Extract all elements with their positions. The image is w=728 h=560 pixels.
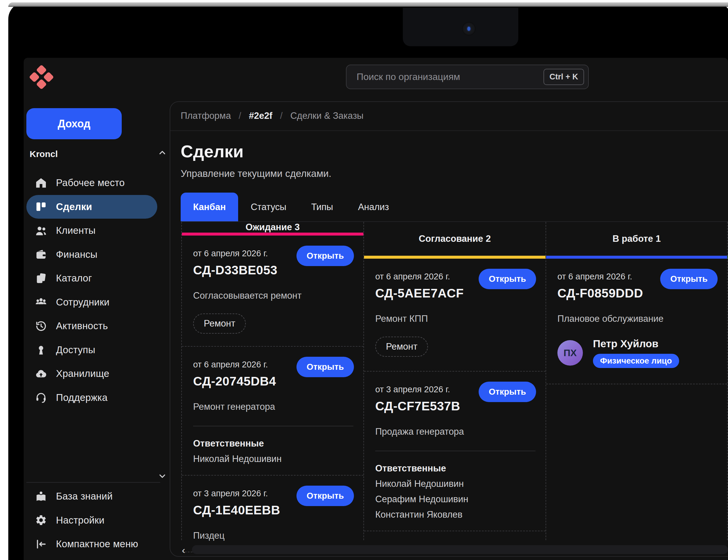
sidebar-item-finance[interactable]: Финансы <box>26 243 157 267</box>
kanban-column: Ожидание 3от 6 апреля 2026 г.СД-D33BE053… <box>181 222 364 540</box>
page-title: Сделки <box>181 141 244 161</box>
breadcrumb-deals-orders[interactable]: Сделки & Заказы <box>290 111 364 121</box>
deal-description: Ремонт КПП <box>375 313 535 324</box>
horizontal-scrollbar[interactable] <box>192 545 728 554</box>
org-search[interactable]: Ctrl + K <box>346 65 589 89</box>
sidebar-divider <box>26 482 160 483</box>
column-header: В работе 1 <box>546 222 727 256</box>
sidebar-item-label: Финансы <box>56 249 97 260</box>
avatar: ПХ <box>557 340 583 366</box>
cloud-upload-icon <box>34 367 48 380</box>
column-color-bar <box>546 256 727 259</box>
home-icon <box>34 176 48 190</box>
deal-card[interactable]: от 3 апреля 2026 г.СД-CF7E537BОткрытьПро… <box>364 372 545 531</box>
laptop-notch <box>403 8 518 46</box>
chevron-up-icon[interactable] <box>158 148 167 157</box>
sidebar-footer-item-compact[interactable]: Компактное меню <box>26 532 157 556</box>
sidebar-item-support[interactable]: Поддержка <box>26 386 157 410</box>
deal-description: Ремонт генератора <box>193 401 353 412</box>
open-deal-button[interactable]: Открыть <box>297 486 354 506</box>
sidebar-item-storage[interactable]: Хранилище <box>26 362 157 386</box>
sidebar-item-label: Клиенты <box>56 225 96 236</box>
wallet-icon <box>34 248 48 261</box>
sidebar-item-label: Активность <box>56 320 108 332</box>
tab-statuses[interactable]: Статусы <box>238 193 299 221</box>
breadcrumb-separator: / <box>280 111 283 121</box>
deal-card[interactable]: от 6 апреля 2026 г.СД-5AEE7ACFОткрытьРем… <box>364 259 545 372</box>
column-header: Согласование 2 <box>364 222 545 256</box>
webcam-icon <box>462 22 476 36</box>
sidebar-footer-item-settings[interactable]: Настройки <box>26 508 157 532</box>
history-icon <box>34 319 48 333</box>
scroll-left-icon[interactable]: ‹ <box>182 544 185 556</box>
tab-types[interactable]: Типы <box>299 193 346 221</box>
group-icon <box>34 295 48 309</box>
cards-icon <box>34 271 48 285</box>
kanban-icon <box>34 200 48 214</box>
responsible-title: Ответственные <box>375 463 535 474</box>
sidebar-item-label: База знаний <box>56 491 113 502</box>
column-color-bar <box>364 256 545 259</box>
header-divider <box>170 130 728 131</box>
sidebar-item-clients[interactable]: Клиенты <box>26 219 157 243</box>
search-input[interactable] <box>347 71 543 82</box>
card-divider <box>375 451 535 451</box>
headset-icon <box>34 391 48 404</box>
tab-bar: КанбанСтатусыТипыАнализ <box>181 193 401 221</box>
deal-description: Плановое обслуживание <box>557 313 717 324</box>
sidebar-item-workspace[interactable]: Рабочее место <box>26 171 157 195</box>
open-deal-button[interactable]: Открыть <box>297 357 354 377</box>
responsible-name: Николай Недошивин <box>193 454 353 464</box>
deal-tag: Ремонт <box>193 313 246 334</box>
screenshot-stage: Ctrl + K Доход Kroncl Рабочее местоСделк… <box>0 0 728 560</box>
deal-description: Согласовывается ремонт <box>193 290 353 301</box>
sidebar-item-label: Сотрудники <box>56 297 110 308</box>
sidebar-item-access[interactable]: Доступы <box>26 338 157 362</box>
deal-card[interactable]: от 3 апреля 2026 г.СД-1E40EEBBОткрытьПиз… <box>182 476 364 552</box>
kanban-board: Ожидание 3от 6 апреля 2026 г.СД-D33BE053… <box>181 221 728 540</box>
breadcrumb-platform[interactable]: Платформа <box>181 111 231 121</box>
assignee-row: ПХПетр ХуйловФизическое лицо <box>557 338 717 368</box>
book-user-icon <box>34 489 48 503</box>
kanban-column: Согласование 2от 6 апреля 2026 г.СД-5AEE… <box>364 222 545 540</box>
sidebar-item-label: Поддержка <box>56 392 108 403</box>
app-window: Ctrl + K Доход Kroncl Рабочее местоСделк… <box>24 58 728 560</box>
sidebar-item-label: Настройки <box>56 515 105 526</box>
open-deal-button[interactable]: Открыть <box>297 246 354 266</box>
responsible-title: Ответственные <box>193 438 353 449</box>
people-icon <box>34 224 48 237</box>
open-deal-button[interactable]: Открыть <box>660 269 718 289</box>
income-button[interactable]: Доход <box>26 108 122 139</box>
sidebar-item-label: Доступы <box>56 344 95 356</box>
keyhole-icon <box>34 343 48 357</box>
responsible-name: Серафим Недошивин <box>375 494 535 505</box>
sidebar-footer-item-knowledge[interactable]: База знаний <box>26 484 157 508</box>
sidebar-item-label: Хранилище <box>56 368 109 379</box>
breadcrumb-separator: / <box>239 111 241 121</box>
tab-analysis[interactable]: Анализ <box>346 193 401 221</box>
org-name: Kroncl <box>30 149 58 159</box>
sidebar-item-label: Сделки <box>56 201 92 212</box>
deal-description: Пиздец <box>193 530 353 541</box>
assignee-name: Петр Хуйлов <box>593 338 658 350</box>
sidebar-item-employees[interactable]: Сотрудники <box>26 290 157 314</box>
sidebar-item-label: Рабочее место <box>56 177 125 188</box>
gear-icon <box>34 513 48 527</box>
sidebar-item-activity[interactable]: Активность <box>26 314 157 338</box>
app-logo-icon[interactable] <box>28 65 55 92</box>
responsible-name: Николай Недошивин <box>375 479 535 489</box>
chevron-down-icon[interactable] <box>158 471 167 481</box>
open-deal-button[interactable]: Открыть <box>479 269 536 289</box>
search-shortcut-hint: Ctrl + K <box>543 69 584 85</box>
deal-card[interactable]: от 6 апреля 2026 г.СД-F0859DDDОткрытьПла… <box>546 259 727 384</box>
sidebar-item-deals[interactable]: Сделки <box>26 195 157 219</box>
sidebar-item-catalog[interactable]: Каталог <box>26 266 157 290</box>
open-deal-button[interactable]: Открыть <box>479 382 536 402</box>
deal-card[interactable]: от 6 апреля 2026 г.СД-20745DB4ОткрытьРем… <box>182 347 364 476</box>
card-divider <box>193 426 353 426</box>
tab-kanban[interactable]: Канбан <box>181 193 238 221</box>
sidebar-footer: База знанийНастройкиКомпактное меню <box>24 484 169 556</box>
breadcrumb-org[interactable]: #2e2f <box>249 111 272 121</box>
sidebar-item-label: Каталог <box>56 273 92 284</box>
deal-card[interactable]: от 6 апреля 2026 г.СД-D33BE053ОткрытьСог… <box>182 236 364 347</box>
